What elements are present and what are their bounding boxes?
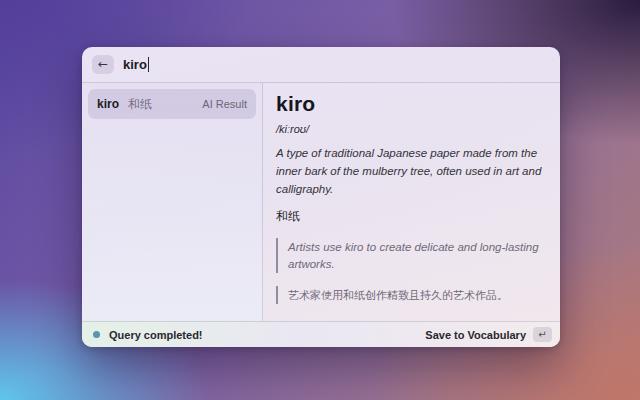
definition-panel: kiro /kiːroʊ/ A type of traditional Japa… <box>263 83 560 321</box>
example-chinese-text: 艺术家使用和纸创作精致且持久的艺术作品。 <box>288 287 546 304</box>
search-input[interactable]: kiro <box>123 57 149 72</box>
entry-translation: 和纸 <box>276 208 546 225</box>
status-text: Query completed! <box>109 329 203 341</box>
example-quote-chinese: 艺术家使用和纸创作精致且持久的艺术作品。 <box>276 286 546 305</box>
result-word: kiro <box>97 97 119 111</box>
entry-phonetic: /kiːroʊ/ <box>276 123 546 135</box>
example-quote-english: Artists use kiro to create delicate and … <box>276 238 546 272</box>
result-list-item[interactable]: kiro 和纸 AI Result <box>88 89 256 119</box>
text-caret <box>148 57 149 72</box>
search-bar: ← kiro <box>82 47 560 83</box>
results-sidebar: kiro 和纸 AI Result <box>82 83 263 321</box>
dictionary-window: ← kiro kiro 和纸 AI Result kiro /kiːroʊ/ A… <box>82 47 560 347</box>
save-to-vocabulary-button[interactable]: Save to Vocabulary ↵ <box>425 327 552 342</box>
status-bar: Query completed! Save to Vocabulary ↵ <box>82 321 560 347</box>
desktop-background: ← kiro kiro 和纸 AI Result kiro /kiːroʊ/ A… <box>0 0 640 400</box>
entry-title: kiro <box>276 92 546 116</box>
back-button[interactable]: ← <box>92 55 114 74</box>
save-to-vocabulary-label: Save to Vocabulary <box>425 329 526 341</box>
ai-result-badge: AI Result <box>202 98 247 110</box>
enter-key-icon: ↵ <box>533 327 552 342</box>
example-english-text: Artists use kiro to create delicate and … <box>288 239 546 271</box>
back-arrow-icon: ← <box>98 55 108 74</box>
status-dot <box>93 331 100 338</box>
result-translation: 和纸 <box>128 96 152 113</box>
entry-definition: A type of traditional Japanese paper mad… <box>276 145 546 198</box>
search-query-text: kiro <box>123 57 147 72</box>
